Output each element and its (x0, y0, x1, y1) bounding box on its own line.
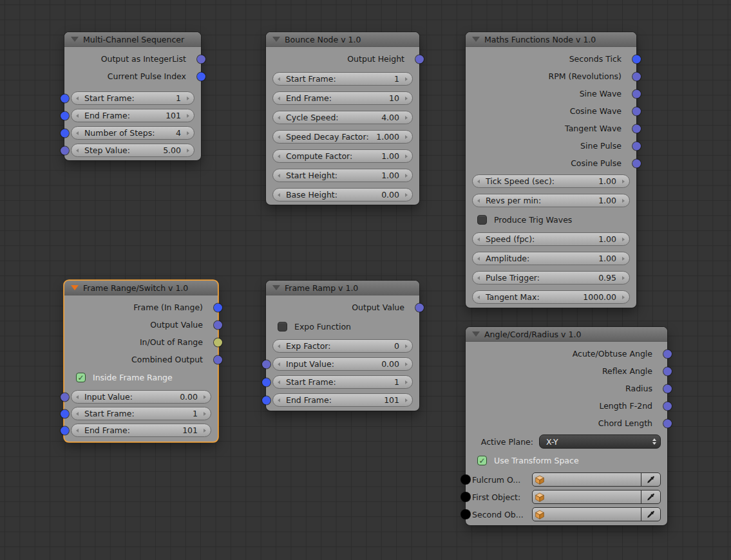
output-socket[interactable] (663, 384, 672, 393)
output-socket[interactable] (632, 55, 641, 63)
slider-increase-arrow-icon[interactable] (405, 362, 408, 366)
output-socket[interactable] (197, 72, 205, 80)
number-slider[interactable]: Exp Factor:0 (272, 339, 413, 353)
number-slider[interactable]: End Frame:101 (272, 393, 413, 407)
node-editor-canvas[interactable]: Multi-Channel SequencerOutput as Integer… (0, 0, 731, 560)
eyedropper-button[interactable] (641, 473, 660, 486)
slider-increase-arrow-icon[interactable] (622, 295, 625, 299)
output-socket[interactable] (663, 350, 672, 358)
output-socket[interactable] (663, 402, 672, 410)
output-socket[interactable] (632, 124, 641, 133)
eyedropper-button[interactable] (641, 490, 660, 503)
slider-increase-arrow-icon[interactable] (405, 398, 408, 402)
slider-increase-arrow-icon[interactable] (622, 276, 625, 280)
node-header[interactable]: Frame Range/Switch v 1.0 (64, 281, 218, 295)
slider-increase-arrow-icon[interactable] (622, 180, 625, 183)
object-selector-field[interactable] (532, 507, 661, 521)
output-socket[interactable] (214, 303, 222, 312)
checkbox[interactable]: ✓ (477, 456, 487, 465)
number-slider[interactable]: Cycle Speed:4.00 (272, 111, 413, 124)
slider-decrease-arrow-icon[interactable] (278, 380, 280, 384)
output-socket[interactable] (197, 55, 205, 63)
slider-increase-arrow-icon[interactable] (405, 193, 408, 197)
output-socket[interactable] (214, 338, 222, 346)
input-socket[interactable] (61, 94, 69, 102)
slider-decrease-arrow-icon[interactable] (76, 97, 79, 100)
slider-increase-arrow-icon[interactable] (405, 116, 408, 120)
slider-decrease-arrow-icon[interactable] (278, 344, 280, 348)
number-slider[interactable]: End Frame:101 (71, 109, 195, 122)
node-multi-channel-sequencer[interactable]: Multi-Channel SequencerOutput as Integer… (64, 32, 201, 160)
output-socket[interactable] (632, 89, 641, 98)
output-socket[interactable] (663, 419, 672, 427)
slider-decrease-arrow-icon[interactable] (278, 193, 280, 197)
slider-decrease-arrow-icon[interactable] (76, 395, 79, 399)
input-socket[interactable] (61, 111, 69, 120)
slider-increase-arrow-icon[interactable] (405, 77, 408, 81)
input-socket[interactable] (262, 396, 271, 404)
slider-increase-arrow-icon[interactable] (622, 199, 625, 203)
slider-decrease-arrow-icon[interactable] (477, 276, 480, 280)
number-slider[interactable]: Speed (fpc):1.00 (472, 232, 630, 246)
node-maths-functions-node[interactable]: Maths Functions Node v 1.0Seconds TickRP… (466, 32, 636, 308)
input-socket[interactable] (262, 360, 271, 368)
node-bounce-node[interactable]: Bounce Node v 1.0Output HeightStart Fram… (266, 32, 419, 205)
slider-increase-arrow-icon[interactable] (405, 135, 408, 139)
slider-decrease-arrow-icon[interactable] (278, 154, 280, 158)
number-slider[interactable]: Input Value:0.00 (71, 390, 211, 404)
input-socket[interactable] (461, 510, 470, 519)
slider-decrease-arrow-icon[interactable] (278, 116, 280, 120)
output-socket[interactable] (632, 142, 641, 150)
collapse-triangle-icon[interactable] (71, 285, 79, 290)
input-socket[interactable] (262, 378, 271, 386)
output-socket[interactable] (415, 55, 424, 63)
input-socket[interactable] (461, 492, 470, 501)
number-slider[interactable]: End Frame:10 (272, 91, 413, 105)
number-slider[interactable]: Start Frame:1 (272, 375, 413, 389)
number-slider[interactable]: Pulse Trigger:0.95 (472, 271, 630, 285)
number-slider[interactable]: Start Height:1.00 (272, 169, 413, 182)
slider-decrease-arrow-icon[interactable] (76, 412, 79, 416)
node-header[interactable]: Bounce Node v 1.0 (266, 32, 419, 47)
number-slider[interactable]: Input Value:0.00 (272, 357, 413, 371)
slider-increase-arrow-icon[interactable] (405, 380, 408, 384)
output-socket[interactable] (214, 355, 222, 364)
slider-decrease-arrow-icon[interactable] (477, 199, 480, 203)
slider-decrease-arrow-icon[interactable] (477, 295, 480, 299)
node-angle-cord-radius[interactable]: Angle/Cord/Radius v 1.0Acute/Obtuse Angl… (466, 327, 667, 525)
input-socket[interactable] (61, 409, 69, 418)
input-socket[interactable] (61, 393, 69, 401)
slider-decrease-arrow-icon[interactable] (76, 114, 79, 118)
number-slider[interactable]: Speed Decay Factor:1.000 (272, 130, 413, 144)
slider-increase-arrow-icon[interactable] (187, 131, 189, 135)
slider-increase-arrow-icon[interactable] (622, 257, 625, 261)
slider-decrease-arrow-icon[interactable] (477, 257, 480, 261)
collapse-triangle-icon[interactable] (71, 37, 79, 42)
input-socket[interactable] (61, 129, 69, 137)
slider-increase-arrow-icon[interactable] (187, 97, 189, 100)
checkbox[interactable]: ✓ (76, 373, 86, 382)
slider-increase-arrow-icon[interactable] (187, 149, 189, 153)
number-slider[interactable]: Tangent Max:1000.00 (472, 290, 630, 304)
slider-increase-arrow-icon[interactable] (405, 344, 408, 348)
object-selector-field[interactable] (532, 490, 661, 504)
output-socket[interactable] (214, 321, 222, 329)
number-slider[interactable]: Tick Speed (sec):1.00 (472, 174, 630, 188)
active-plane-dropdown[interactable]: X-Y (539, 434, 661, 449)
slider-increase-arrow-icon[interactable] (187, 114, 189, 118)
node-header[interactable]: Frame Ramp v 1.0 (266, 281, 419, 295)
slider-decrease-arrow-icon[interactable] (76, 131, 79, 135)
node-header[interactable]: Angle/Cord/Radius v 1.0 (466, 327, 667, 342)
node-frame-ramp[interactable]: Frame Ramp v 1.0Output ValueExpo Functio… (266, 281, 419, 411)
input-socket[interactable] (61, 426, 69, 434)
slider-decrease-arrow-icon[interactable] (477, 180, 480, 183)
checkbox-row[interactable]: Expo Function (272, 320, 413, 333)
output-socket[interactable] (663, 367, 672, 375)
slider-decrease-arrow-icon[interactable] (76, 429, 79, 433)
output-socket[interactable] (632, 72, 641, 80)
slider-increase-arrow-icon[interactable] (204, 429, 206, 433)
object-selector-field[interactable] (532, 472, 661, 487)
checkbox[interactable] (477, 215, 487, 225)
slider-decrease-arrow-icon[interactable] (278, 398, 280, 402)
slider-increase-arrow-icon[interactable] (204, 412, 206, 416)
